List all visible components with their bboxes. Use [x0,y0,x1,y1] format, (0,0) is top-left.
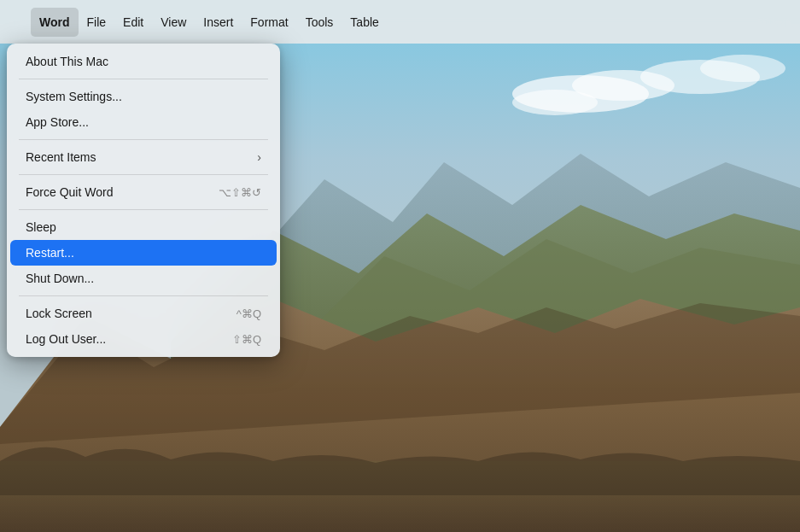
menubar-word-label: Word [39,15,70,29]
menubar-format[interactable]: Format [242,8,296,37]
shut-down-label: Shut Down... [26,272,94,285]
menubar-table[interactable]: Table [342,8,387,37]
about-mac-label: About This Mac [26,55,108,68]
menubar-edit[interactable]: Edit [114,8,152,37]
menu-item-restart[interactable]: Restart... [10,240,277,266]
sleep-label: Sleep [26,220,56,234]
log-out-shortcut: ⇧⌘Q [232,333,261,346]
force-quit-label: Force Quit Word [26,185,113,199]
menu-separator-3 [19,174,268,175]
recent-items-arrow-icon: › [257,150,261,164]
log-out-label: Log Out User... [26,332,106,346]
menubar-format-label: Format [250,15,288,29]
menu-item-recent-items[interactable]: Recent Items › [10,144,277,170]
menubar-view-label: View [161,15,186,29]
apple-menu[interactable] [10,8,31,37]
menubar-file-label: File [87,15,107,29]
menubar: Word File Edit View Insert Format Tools … [0,0,800,44]
menubar-view[interactable]: View [152,8,195,37]
menubar-table-label: Table [350,15,378,29]
app-store-label: App Store... [26,115,89,129]
svg-point-3 [512,90,598,115]
menu-item-app-store[interactable]: App Store... [10,109,277,135]
menu-separator-2 [19,139,268,140]
menubar-word[interactable]: Word [31,8,79,37]
menu-item-force-quit[interactable]: Force Quit Word ⌥⇧⌘↺ [10,179,277,205]
svg-point-5 [700,55,785,82]
menubar-insert-label: Insert [203,15,233,29]
menubar-tools-label: Tools [306,15,334,29]
menu-separator-5 [19,295,268,296]
menu-separator-4 [19,209,268,210]
menubar-edit-label: Edit [123,15,143,29]
menu-item-about-mac[interactable]: About This Mac [10,49,277,74]
menu-item-lock-screen[interactable]: Lock Screen ^⌘Q [10,301,277,326]
menu-separator-1 [19,79,268,79]
menu-item-sleep[interactable]: Sleep [10,214,277,240]
menu-item-system-settings[interactable]: System Settings... [10,84,277,109]
menubar-file[interactable]: File [79,8,115,37]
menubar-tools[interactable]: Tools [297,8,342,37]
force-quit-shortcut: ⌥⇧⌘↺ [219,186,261,199]
menu-item-log-out[interactable]: Log Out User... ⇧⌘Q [10,326,277,352]
restart-label: Restart... [26,246,74,260]
menubar-insert[interactable]: Insert [195,8,242,37]
recent-items-label: Recent Items [26,150,96,164]
system-settings-label: System Settings... [26,90,122,103]
lock-screen-label: Lock Screen [26,307,92,320]
lock-screen-shortcut: ^⌘Q [236,307,261,320]
apple-dropdown-menu: About This Mac System Settings... App St… [7,44,280,357]
menu-item-shut-down[interactable]: Shut Down... [10,266,277,291]
